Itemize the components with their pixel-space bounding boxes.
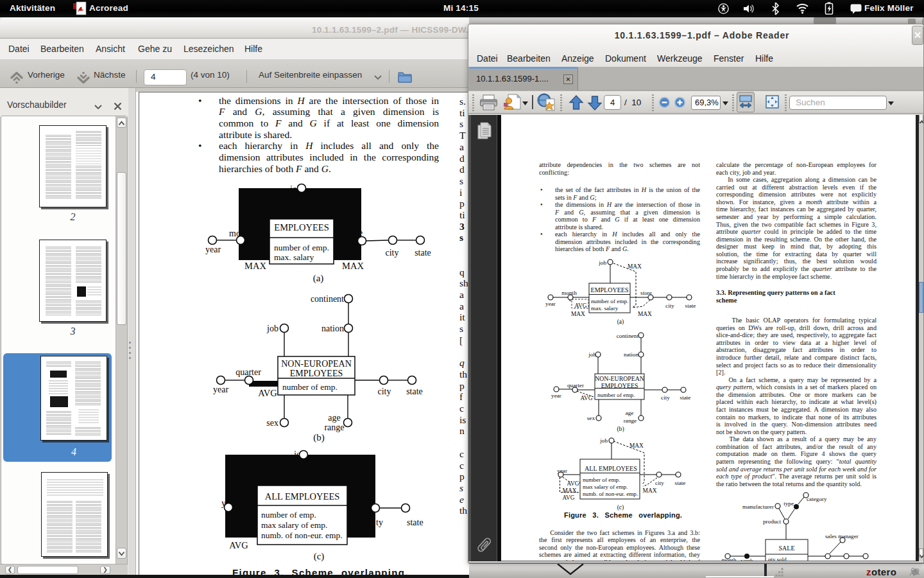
svg-text:MAX: MAX (638, 311, 652, 317)
svg-text:type: type (783, 500, 794, 507)
svg-text:year: year (551, 392, 561, 399)
svg-text:AVG: AVG (258, 388, 277, 398)
svg-text:(a): (a) (313, 273, 324, 284)
svg-text:job: job (266, 324, 278, 333)
svg-text:AVG: AVG (229, 540, 248, 550)
svg-text:quarter: quarter (235, 367, 261, 377)
svg-text:(c): (c) (617, 504, 624, 511)
svg-text:state: state (415, 248, 431, 258)
svg-text:EMPLOYEES: EMPLOYEES (274, 222, 329, 232)
svg-text:range: range (624, 417, 637, 424)
svg-text:continent: continent (311, 294, 344, 304)
svg-text:ty: ty (376, 518, 383, 527)
svg-text:MAX: MAX (628, 263, 642, 270)
svg-text:job: job (598, 259, 606, 266)
svg-text:number of emp.: number of emp. (282, 382, 338, 392)
svg-text:product: product (763, 518, 782, 525)
svg-text:MAX: MAX (342, 261, 364, 271)
svg-text:manufacturer: manufacturer (742, 504, 774, 510)
svg-text:category: category (807, 496, 827, 502)
svg-text:sales manager: sales manager (825, 533, 859, 539)
svg-text:state: state (407, 518, 424, 527)
svg-text:ALL EMPLOYEES: ALL EMPLOYEES (265, 491, 340, 502)
svg-text:number of emp.: number of emp. (597, 392, 635, 398)
svg-text:state: state (406, 387, 423, 396)
svg-text:sex: sex (266, 418, 278, 428)
svg-text:city: city (661, 394, 670, 401)
svg-text:(a): (a) (617, 318, 624, 326)
svg-text:age: age (626, 410, 634, 416)
svg-text:quarter: quarter (567, 382, 584, 389)
svg-text:year: year (205, 245, 221, 254)
svg-text:MAX: MAX (629, 442, 644, 449)
svg-text:AVG: AVG (574, 302, 586, 309)
svg-text:store: store (640, 290, 652, 296)
svg-text:month: month (561, 290, 577, 296)
svg-text:year: year (545, 301, 556, 307)
svg-text:ALL EMPLOYEES: ALL EMPLOYEES (585, 465, 637, 472)
svg-text:MAX: MAX (563, 487, 577, 494)
svg-text:nation: nation (321, 324, 344, 333)
svg-text:MAX: MAX (571, 311, 585, 317)
svg-text:month: month (721, 557, 737, 561)
svg-text:age: age (328, 413, 340, 423)
svg-text:max salary of emp.: max salary of emp. (261, 520, 327, 530)
svg-text:city: city (665, 302, 674, 309)
svg-text:city: city (655, 480, 664, 486)
svg-text:week: week (741, 557, 753, 561)
svg-text:number of emp.: number of emp. (583, 477, 620, 483)
svg-text:AVG: AVG (580, 395, 592, 401)
svg-text:(b): (b) (313, 432, 325, 443)
svg-text:max. salary: max. salary (591, 305, 619, 311)
svg-text:MAX: MAX (244, 261, 266, 271)
svg-text:number of emp.: number of emp. (591, 298, 628, 304)
svg-text:max salary of emp.: max salary of emp. (583, 484, 628, 490)
svg-text:max. salary: max. salary (274, 252, 314, 262)
svg-text:city: city (378, 387, 391, 396)
svg-text:range: range (324, 423, 344, 432)
svg-text:sex: sex (587, 415, 595, 421)
svg-text:job: job (599, 437, 608, 444)
svg-text:SALE: SALE (779, 545, 795, 552)
svg-text:AVG: AVG (567, 480, 579, 487)
svg-text:(c): (c) (314, 551, 325, 562)
svg-text:EMPLOYEES: EMPLOYEES (601, 382, 638, 389)
svg-text:NON-EUROPEAN: NON-EUROPEAN (281, 359, 352, 369)
svg-text:state: state (675, 480, 686, 486)
svg-text:nation: nation (624, 351, 638, 358)
svg-text:number of emp.: number of emp. (261, 510, 316, 520)
svg-text:job: job (588, 351, 596, 358)
svg-text:year: year (213, 385, 228, 394)
svg-text:NON-EUROPEAN: NON-EUROPEAN (595, 375, 644, 382)
svg-text:state: state (685, 302, 696, 309)
svg-text:EMPLOYEES: EMPLOYEES (591, 286, 629, 293)
svg-text:(b): (b) (617, 425, 624, 433)
svg-text:number of emp.: number of emp. (274, 243, 329, 252)
svg-text:numb. of non-eur. emp.: numb. of non-eur. emp. (583, 491, 638, 497)
svg-text:state: state (680, 394, 691, 401)
svg-text:continent: continent (617, 333, 639, 339)
svg-text:EMPLOYEES: EMPLOYEES (290, 369, 343, 378)
svg-text:AVG: AVG (562, 495, 574, 501)
svg-text:numb. of non-eur. emp.: numb. of non-eur. emp. (261, 530, 343, 540)
svg-text:year: year (557, 468, 567, 474)
svg-text:qty sold: qty sold (768, 556, 787, 561)
svg-text:MAX: MAX (643, 487, 657, 494)
svg-text:city: city (386, 248, 399, 258)
